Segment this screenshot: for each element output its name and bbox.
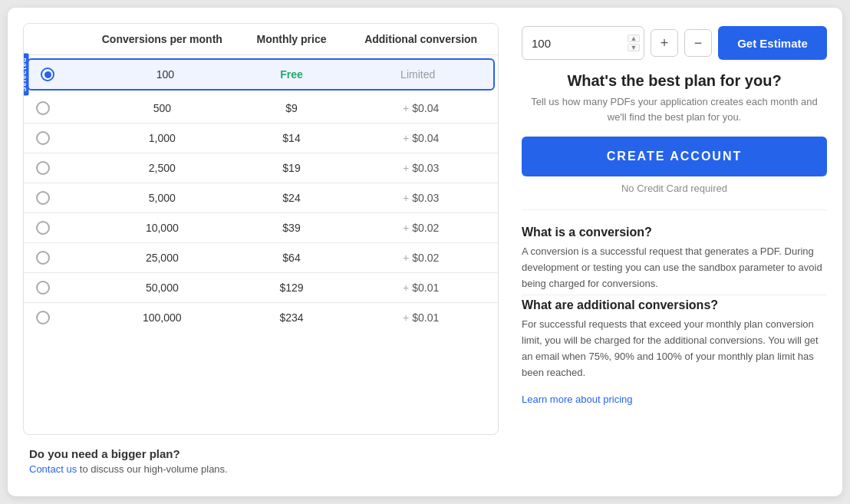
radio-cell bbox=[36, 131, 97, 145]
radio-button[interactable] bbox=[36, 311, 50, 324]
best-plan-heading: What's the best plan for you? bbox=[522, 72, 827, 90]
additional-value: $0.01 bbox=[412, 311, 439, 324]
price-cell: $24 bbox=[227, 192, 357, 204]
faq-item: What is a conversion?A conversion is a s… bbox=[522, 226, 827, 292]
faq-divider bbox=[522, 295, 827, 295]
conversions-cell: 2,500 bbox=[97, 162, 227, 174]
conversions-cell: 500 bbox=[97, 102, 227, 114]
plus-sign: + bbox=[403, 222, 409, 234]
right-panel: ▲ ▼ + − Get Estimate What's the best pla… bbox=[522, 23, 827, 481]
best-plan-section: What's the best plan for you? Tell us ho… bbox=[522, 72, 827, 124]
radio-cell bbox=[36, 281, 97, 295]
main-container: Conversions per month Monthly price Addi… bbox=[8, 8, 842, 496]
table-row[interactable]: 50,000$129+$0.01 bbox=[24, 273, 498, 303]
plus-sign: + bbox=[403, 102, 409, 114]
learn-more-link[interactable]: Learn more about pricing bbox=[522, 394, 827, 405]
table-row[interactable]: 500$9+$0.04 bbox=[24, 94, 498, 124]
radio-button[interactable] bbox=[36, 221, 50, 235]
left-panel: Conversions per month Monthly price Addi… bbox=[23, 23, 499, 481]
bigger-plan-text: Contact us to discuss our high-volume pl… bbox=[29, 463, 493, 475]
pricing-table: Conversions per month Monthly price Addi… bbox=[23, 23, 499, 435]
faq-question: What are additional conversions? bbox=[522, 298, 827, 312]
header-radio-col bbox=[36, 33, 97, 45]
bigger-plan-rest: to discuss our high-volume plans. bbox=[77, 463, 228, 475]
additional-cell: +$0.03 bbox=[356, 192, 486, 204]
table-row[interactable]: 2,500$19+$0.03 bbox=[24, 153, 498, 183]
price-cell: $234 bbox=[227, 311, 357, 324]
create-account-button[interactable]: CREATE ACCOUNT bbox=[522, 137, 827, 176]
spinner-down[interactable]: ▼ bbox=[628, 44, 640, 51]
plus-sign: + bbox=[403, 252, 409, 264]
radio-cell bbox=[41, 68, 102, 81]
radio-button[interactable] bbox=[41, 68, 54, 81]
plus-sign: + bbox=[403, 132, 409, 144]
price-cell: $9 bbox=[227, 102, 357, 114]
conversions-cell: 5,000 bbox=[97, 192, 227, 204]
price-cell: Free bbox=[229, 68, 355, 81]
conversions-cell: 100,000 bbox=[97, 311, 227, 324]
additional-value: $0.02 bbox=[412, 252, 439, 264]
plan-rows-container: 100FreeLimitedSelected500$9+$0.041,000$1… bbox=[24, 58, 498, 332]
price-cell: $39 bbox=[227, 222, 357, 234]
additional-cell: Limited bbox=[354, 68, 481, 81]
radio-button[interactable] bbox=[36, 251, 50, 265]
table-row[interactable]: 1,000$14+$0.04 bbox=[24, 124, 498, 153]
conversions-cell: 1,000 bbox=[97, 132, 227, 144]
table-row[interactable]: 25,000$64+$0.02 bbox=[24, 243, 498, 273]
table-row[interactable]: 100,000$234+$0.01 bbox=[24, 303, 498, 332]
additional-cell: +$0.02 bbox=[356, 222, 486, 234]
additional-cell: +$0.01 bbox=[356, 311, 486, 324]
header-conversions: Conversions per month bbox=[97, 33, 227, 45]
minus-button[interactable]: − bbox=[684, 29, 712, 57]
spinner-up[interactable]: ▲ bbox=[628, 35, 640, 42]
additional-cell: +$0.01 bbox=[356, 282, 486, 294]
additional-value: $0.04 bbox=[412, 102, 439, 114]
radio-cell bbox=[36, 311, 97, 324]
divider-1 bbox=[522, 209, 827, 210]
plus-sign: + bbox=[403, 311, 409, 324]
conversion-count-input[interactable] bbox=[522, 26, 644, 60]
plus-sign: + bbox=[403, 282, 409, 294]
table-row[interactable]: 5,000$24+$0.03 bbox=[24, 183, 498, 213]
no-credit-card-text: No Credit Card required bbox=[522, 183, 827, 194]
faq-answer: A conversion is a successful request tha… bbox=[522, 244, 827, 292]
contact-us-link[interactable]: Contact us bbox=[29, 463, 77, 475]
radio-cell bbox=[36, 161, 97, 175]
conversions-cell: 10,000 bbox=[97, 222, 227, 234]
additional-value: $0.03 bbox=[412, 192, 439, 204]
best-plan-description: Tell us how many PDFs your application c… bbox=[522, 94, 827, 124]
price-cell: $129 bbox=[227, 282, 357, 294]
additional-value: $0.03 bbox=[412, 162, 439, 174]
price-cell: $19 bbox=[227, 162, 357, 174]
plus-button[interactable]: + bbox=[651, 29, 678, 57]
radio-button[interactable] bbox=[36, 191, 50, 205]
number-input-wrapper: ▲ ▼ bbox=[522, 26, 644, 60]
additional-cell: +$0.02 bbox=[356, 252, 486, 264]
table-row[interactable]: 100FreeLimitedSelected bbox=[27, 58, 495, 91]
conversions-cell: 100 bbox=[102, 68, 229, 81]
radio-cell bbox=[36, 191, 97, 205]
faq-container: What is a conversion?A conversion is a s… bbox=[522, 226, 827, 381]
get-estimate-button[interactable]: Get Estimate bbox=[718, 26, 827, 60]
header-additional: Additional conversion bbox=[356, 33, 486, 45]
radio-button[interactable] bbox=[36, 161, 50, 175]
table-row[interactable]: 10,000$39+$0.02 bbox=[24, 213, 498, 243]
radio-button[interactable] bbox=[36, 131, 50, 145]
estimator-row: ▲ ▼ + − Get Estimate bbox=[522, 26, 827, 60]
additional-cell: +$0.04 bbox=[356, 102, 486, 114]
radio-cell bbox=[36, 221, 97, 235]
additional-value: $0.02 bbox=[412, 222, 439, 234]
radio-cell bbox=[36, 251, 97, 265]
radio-button[interactable] bbox=[36, 281, 50, 295]
radio-button[interactable] bbox=[36, 101, 50, 115]
conversions-cell: 25,000 bbox=[97, 252, 227, 264]
plus-sign: + bbox=[403, 192, 409, 204]
faq-item: What are additional conversions?For succ… bbox=[522, 298, 827, 380]
radio-cell bbox=[36, 101, 97, 115]
conversions-cell: 50,000 bbox=[97, 282, 227, 294]
header-price: Monthly price bbox=[227, 33, 357, 45]
bigger-plan-section: Do you need a bigger plan? Contact us to… bbox=[23, 435, 499, 481]
faq-question: What is a conversion? bbox=[522, 226, 827, 239]
additional-value: Limited bbox=[400, 68, 435, 81]
faq-answer: For successful requests that exceed your… bbox=[522, 317, 827, 380]
